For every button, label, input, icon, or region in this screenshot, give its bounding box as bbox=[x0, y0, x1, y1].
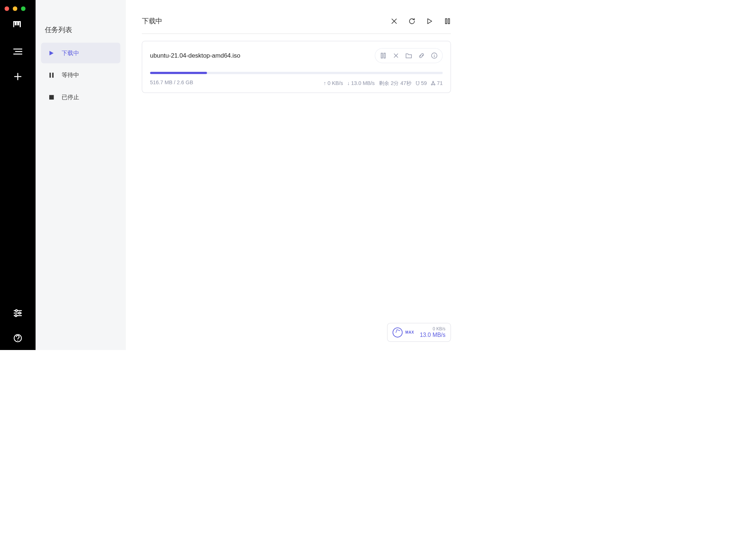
task-size-label: 516.7 MB / 2.6 GB bbox=[150, 79, 193, 86]
app-logo bbox=[13, 20, 22, 29]
task-info-button[interactable] bbox=[429, 51, 440, 60]
arrow-up-icon: ↑ bbox=[324, 80, 326, 86]
task-stats: ↑ 0 KB/s ↓ 13.0 MB/s 剩余 2分 47秒 59 bbox=[324, 79, 443, 86]
task-remaining: 剩余 2分 47秒 bbox=[379, 79, 411, 86]
task-folder-button[interactable] bbox=[403, 51, 414, 60]
svg-rect-19 bbox=[448, 19, 450, 24]
sidebar: 任务列表 下载中 等待中 已停止 bbox=[36, 0, 126, 350]
svg-rect-18 bbox=[445, 19, 447, 24]
task-peers: 71 bbox=[431, 80, 443, 86]
page-title: 下载中 bbox=[142, 16, 162, 26]
task-filename: ubuntu-21.04-desktop-amd64.iso bbox=[150, 52, 240, 59]
close-window-dot[interactable] bbox=[5, 7, 9, 11]
speed-widget[interactable]: MAX 0 KB/s 13.0 MB/s bbox=[387, 323, 451, 342]
svg-point-8 bbox=[19, 312, 20, 314]
tasks-nav-icon[interactable] bbox=[13, 47, 22, 56]
task-down-speed: ↓ 13.0 MB/s bbox=[347, 80, 375, 86]
sidebar-item-label: 已停止 bbox=[62, 93, 80, 101]
svg-line-33 bbox=[433, 82, 434, 84]
svg-rect-13 bbox=[50, 73, 51, 78]
sidebar-title: 任务列表 bbox=[36, 14, 126, 41]
refresh-button[interactable] bbox=[409, 18, 415, 24]
peers-icon bbox=[431, 81, 436, 86]
add-task-icon[interactable] bbox=[13, 72, 22, 81]
task-progress-bar bbox=[150, 72, 443, 74]
task-copy-link-button[interactable] bbox=[416, 51, 427, 60]
header-actions bbox=[391, 18, 451, 24]
main-header: 下载中 bbox=[142, 0, 451, 34]
task-card[interactable]: ubuntu-21.04-desktop-amd64.iso bbox=[142, 41, 451, 93]
speed-max-label: MAX bbox=[405, 330, 414, 334]
task-delete-button[interactable] bbox=[391, 51, 401, 60]
sidebar-item-downloading[interactable]: 下载中 bbox=[41, 43, 121, 63]
svg-rect-21 bbox=[384, 53, 386, 58]
svg-rect-15 bbox=[49, 95, 54, 100]
pause-icon bbox=[49, 72, 55, 78]
svg-point-10 bbox=[15, 315, 17, 316]
svg-rect-20 bbox=[381, 53, 383, 58]
minimize-window-dot[interactable] bbox=[13, 7, 18, 11]
task-actions bbox=[375, 48, 443, 63]
pause-all-button[interactable] bbox=[444, 18, 451, 24]
speedometer-icon bbox=[392, 327, 403, 338]
resume-all-button[interactable] bbox=[426, 18, 433, 24]
svg-rect-14 bbox=[52, 73, 54, 78]
settings-icon[interactable] bbox=[13, 308, 22, 318]
task-progress-fill bbox=[150, 72, 207, 74]
svg-point-12 bbox=[18, 340, 18, 341]
magnet-icon bbox=[415, 81, 419, 86]
speed-down-label: 13.0 MB/s bbox=[420, 331, 445, 338]
sidebar-item-waiting[interactable]: 等待中 bbox=[41, 65, 121, 86]
window-controls bbox=[5, 7, 26, 11]
speed-up-label: 0 KB/s bbox=[420, 327, 445, 332]
task-up-speed: ↑ 0 KB/s bbox=[324, 80, 343, 86]
task-seeds: 59 bbox=[415, 80, 427, 86]
sidebar-item-stopped[interactable]: 已停止 bbox=[41, 87, 121, 108]
app-rail bbox=[0, 0, 36, 350]
play-icon bbox=[49, 50, 55, 57]
svg-point-25 bbox=[434, 54, 435, 55]
sidebar-item-label: 下载中 bbox=[62, 49, 80, 57]
svg-line-32 bbox=[432, 82, 433, 84]
task-pause-button[interactable] bbox=[378, 51, 388, 60]
svg-point-6 bbox=[16, 310, 18, 311]
stop-icon bbox=[49, 94, 55, 101]
maximize-window-dot[interactable] bbox=[21, 7, 26, 11]
clear-button[interactable] bbox=[391, 18, 398, 24]
help-icon[interactable] bbox=[13, 334, 22, 343]
sidebar-item-label: 等待中 bbox=[62, 71, 80, 79]
main-content: 下载中 ubuntu-21.04-desktop-amd64.iso bbox=[126, 0, 467, 350]
arrow-down-icon: ↓ bbox=[347, 80, 350, 86]
